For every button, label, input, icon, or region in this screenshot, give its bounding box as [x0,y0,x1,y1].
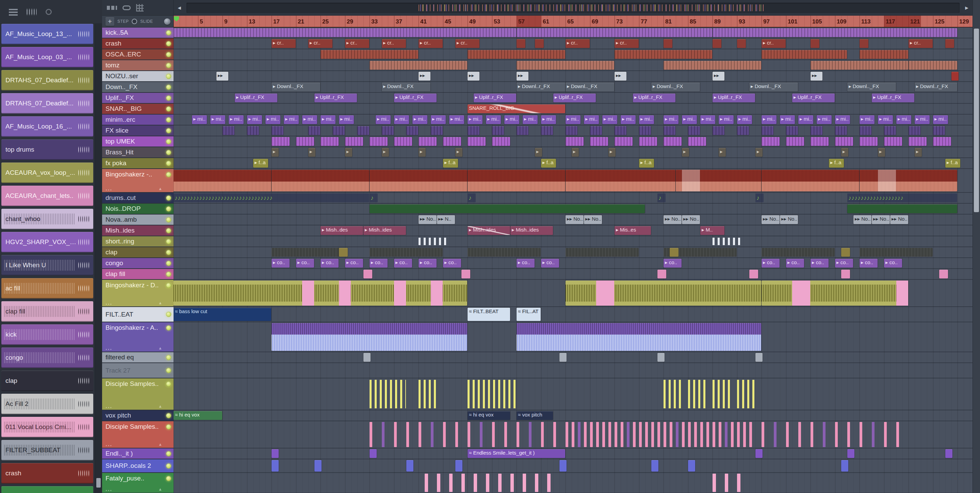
track-lane[interactable] [173,459,972,473]
pattern-clip[interactable]: ▸▸ [614,72,627,81]
pattern-clip[interactable] [437,474,440,492]
pattern-clip[interactable]: ▸▸ No.. [853,215,872,224]
track-lane[interactable]: ▸ f..a▸ f..a▸ f..a▸ f..a▸ f..a▸ f..a [173,158,972,169]
pattern-clip[interactable] [762,248,835,257]
pattern-clip[interactable] [633,422,636,447]
pattern-clip[interactable] [418,137,437,146]
pattern-clip[interactable]: ▸ co.. [272,259,290,268]
browser-options-icon[interactable] [46,9,52,15]
pattern-clip[interactable] [663,422,666,447]
pattern-clip[interactable]: ▸ mi.. [700,115,715,124]
pattern-clip[interactable]: ▸ [608,148,616,157]
pattern-clip[interactable]: ▸ mi.. [486,115,501,124]
pattern-clip[interactable] [517,61,614,70]
track-lane[interactable] [173,247,972,258]
pattern-clip[interactable] [535,39,544,48]
pattern-clip[interactable]: ▸ [878,148,885,157]
pattern-clip[interactable] [847,449,854,458]
pattern-clip[interactable]: ▸ co.. [663,259,682,268]
track-header[interactable]: minim..erc [102,114,173,125]
pattern-clip[interactable] [737,422,740,447]
browser-item[interactable]: ACEAURA_vox_loop_... [2,163,93,183]
pattern-clip[interactable] [418,380,437,408]
track-lane[interactable]: ≈ bass low cut≈ FILT..BEAT≈ FIL..AT [173,307,972,322]
pattern-clip[interactable] [382,126,394,135]
audio-clip[interactable] [762,281,908,306]
pattern-clip[interactable] [614,50,712,59]
pattern-clip[interactable] [596,281,614,306]
pattern-clip[interactable]: ▸ mi.. [412,115,427,124]
pattern-clip[interactable] [498,474,501,492]
pattern-clip[interactable]: ▸ mi.. [302,115,317,124]
track-header[interactable]: short..ring [102,236,173,247]
pattern-clip[interactable]: ▸▸ [713,72,724,81]
pattern-clip[interactable]: ▸ mi.. [933,115,948,124]
pattern-clip[interactable] [657,422,660,447]
pattern-clip[interactable] [492,422,495,447]
audio-clip[interactable] [173,281,467,306]
pattern-clip[interactable] [651,460,659,472]
browser-item[interactable]: 011 Vocal Loops Cmi... [2,417,93,437]
pattern-clip[interactable] [798,422,801,447]
pattern-clip[interactable]: ▸▸ No.. [890,215,908,224]
pattern-clip[interactable]: ▸ co.. [835,259,853,268]
pattern-clip[interactable]: ▸ Uplif..r_FX [314,94,357,102]
pattern-clip[interactable]: ▸ co.. [321,259,339,268]
pattern-clip[interactable]: ▸ Uplif..r_FX [792,94,835,102]
pattern-clip[interactable]: ▸ [272,148,279,157]
audio-clip[interactable] [859,170,957,192]
pattern-clip[interactable] [841,269,850,279]
add-track-button[interactable]: + [105,17,115,26]
pattern-clip[interactable] [406,422,409,447]
browser-item[interactable]: Ac Fill 2 [2,394,93,414]
collapse-arrow-icon[interactable]: ▲ [158,346,162,350]
pattern-clip[interactable]: ♪♪♪♪♪♪♪♪♪♪♪♪♪♪♪♪♪♪♪♪♪♪♪♪♪♪♪♪♪♪♪♪ [173,193,369,202]
track-lane[interactable] [173,49,972,60]
pattern-clip[interactable]: ▸ cr.. [614,39,639,48]
browser-item[interactable]: clap [2,371,93,391]
pattern-clip[interactable]: ▸ cr.. [762,39,786,48]
mute-led[interactable] [166,368,171,373]
pattern-clip[interactable] [517,422,519,447]
pattern-clip[interactable]: ▸ mi.. [541,115,556,124]
mute-led[interactable] [166,85,171,90]
pattern-clip[interactable]: ▸ f..a [945,159,960,168]
pattern-clip[interactable] [272,126,283,135]
pattern-clip[interactable] [584,422,587,447]
pattern-clip[interactable]: ▸ co.. [345,259,363,268]
pattern-clip[interactable] [786,422,789,447]
mute-led[interactable] [166,139,171,144]
pattern-clip[interactable]: ▸ cr.. [382,39,406,48]
pattern-clip[interactable] [645,422,648,447]
pattern-clip[interactable]: ▸▸ N.. [437,215,455,224]
pattern-clip[interactable] [859,39,869,48]
pattern-clip[interactable]: ▸ Uplif..r_FX [394,94,437,102]
pattern-clip[interactable] [321,50,418,59]
pattern-clip[interactable]: ▸ mi.. [192,115,207,124]
pattern-clip[interactable] [841,460,848,472]
pattern-clip[interactable] [363,269,372,279]
pattern-clip[interactable]: ▸ f..a [639,159,654,168]
pattern-clip[interactable] [608,422,611,447]
pattern-clip[interactable] [431,422,434,447]
pattern-clip[interactable] [713,422,715,447]
pattern-clip[interactable] [223,126,234,135]
pattern-clip[interactable]: ▸ Uplif..r_FX [872,94,914,102]
audio-clip[interactable] [762,170,859,192]
pattern-clip[interactable]: ▸ f..a [253,159,268,168]
pattern-clip[interactable]: ▸ co.. [762,259,780,268]
pattern-clip[interactable]: ▸ mi.. [468,115,482,124]
pattern-clip[interactable] [792,281,810,306]
mute-led[interactable] [166,451,171,456]
pattern-clip[interactable]: ▸ mi.. [835,115,850,124]
pattern-clip[interactable]: ▸ Uplif..r_FX [474,94,516,102]
pattern-clip[interactable] [590,137,608,146]
audio-clip[interactable] [566,170,675,192]
pattern-clip[interactable]: ▸▸ No.. [682,215,700,224]
audio-clip[interactable] [272,170,369,192]
pattern-clip[interactable] [492,126,504,135]
pattern-clip[interactable] [272,137,290,146]
browser-item[interactable]: kick [2,324,93,345]
pattern-clip[interactable] [369,449,377,458]
playlist-move-tool-icon[interactable] [107,6,117,10]
